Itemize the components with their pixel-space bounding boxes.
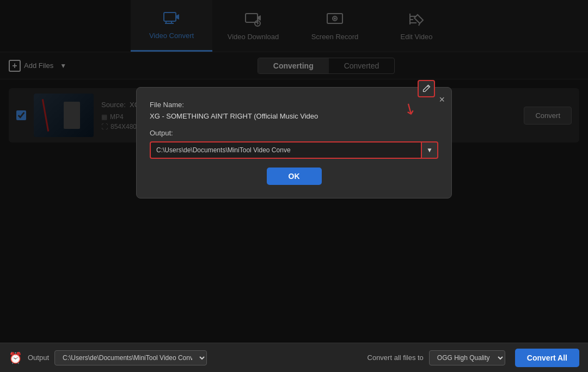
- dialog-path-input[interactable]: [150, 141, 422, 159]
- dialog-output-label: Output:: [150, 129, 438, 137]
- dialog-close-button[interactable]: ×: [439, 94, 445, 106]
- dialog-overlay: ↘ × File Name: XG - SOMETHING AIN'T RIGH…: [0, 0, 588, 372]
- clock-icon: ⏰: [9, 351, 22, 364]
- dialog-path-row: ▼: [150, 141, 438, 159]
- edit-icon-box[interactable]: [418, 80, 435, 97]
- format-select[interactable]: OGG High Quality: [429, 350, 505, 365]
- edit-icon: [422, 84, 431, 93]
- output-path-select[interactable]: C:\Users\de\Documents\MiniTool Video Con…: [54, 350, 207, 365]
- convert-all-label: Convert all files to: [367, 354, 424, 362]
- dialog-ok-button[interactable]: OK: [267, 168, 322, 185]
- dialog-path-dropdown[interactable]: ▼: [422, 141, 438, 159]
- dialog-filename-label: File Name:: [150, 101, 438, 109]
- output-label: Output: [28, 354, 49, 362]
- convert-all-button[interactable]: Convert All: [515, 349, 579, 367]
- bottom-bar: ⏰ Output C:\Users\de\Documents\MiniTool …: [0, 343, 588, 372]
- rename-dialog: ↘ × File Name: XG - SOMETHING AIN'T RIGH…: [136, 87, 452, 199]
- dialog-filename-value: XG - SOMETHING AIN'T RIGHT (Official Mus…: [150, 112, 438, 120]
